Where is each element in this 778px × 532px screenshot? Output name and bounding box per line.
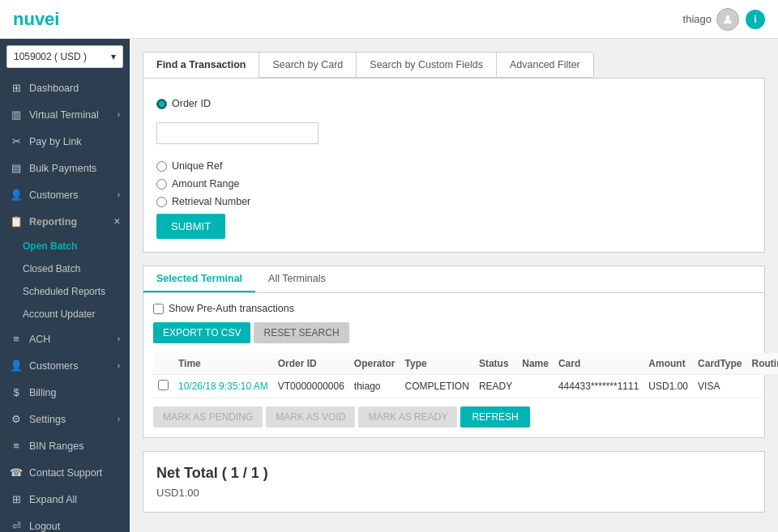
chevron-right-icon: › — [118, 334, 120, 343]
col-status: Status — [474, 353, 517, 375]
pay-by-link-icon: ✂ — [10, 135, 23, 147]
sidebar-item-label: Settings — [29, 414, 66, 425]
row-checkbox[interactable] — [158, 380, 169, 390]
col-cardtype: CardType — [693, 353, 746, 375]
sidebar-item-label: Contact Support — [29, 467, 102, 479]
radio-order-id-input[interactable] — [156, 99, 167, 109]
tab-search-by-custom-fields[interactable]: Search by Custom Fields — [356, 52, 497, 78]
sidebar-item-label: Virtual Terminal — [29, 109, 99, 121]
expand-all-icon: ⊞ — [10, 493, 23, 505]
sidebar-item-pay-by-link[interactable]: ✂ Pay by Link — [0, 128, 130, 155]
tab-search-by-card[interactable]: Search by Card — [259, 52, 357, 78]
row-name — [517, 375, 554, 398]
dashboard-icon: ⊞ — [10, 82, 23, 94]
show-preauth-container: Show Pre-Auth transactions — [153, 303, 754, 314]
ach-icon: ≡ — [10, 333, 23, 345]
sidebar-item-account-updater[interactable]: Account Updater — [0, 303, 130, 326]
sidebar-item-dashboard[interactable]: ⊞ Dashboard — [0, 74, 130, 101]
radio-unique-ref[interactable]: Unique Ref — [156, 160, 751, 172]
sidebar-item-logout[interactable]: ⏎ Logout — [0, 513, 130, 532]
terminal-dropdown[interactable]: 1059002 ( USD ) ▾ — [6, 45, 123, 68]
info-icon[interactable]: i — [746, 10, 765, 29]
sidebar-item-bulk-payments[interactable]: ▤ Bulk Payments — [0, 155, 130, 181]
mark-pending-button: MARK AS PENDING — [153, 406, 263, 428]
submit-button[interactable]: SUBMIT — [156, 214, 225, 239]
search-panel: Order ID Unique Ref Amount Range Retriev… — [143, 78, 765, 253]
results-body: Show Pre-Auth transactions EXPORT TO CSV… — [143, 293, 764, 437]
tab-advanced-filter[interactable]: Advanced Filter — [496, 52, 594, 78]
action-buttons: EXPORT TO CSV RESET SEARCH — [153, 322, 754, 343]
mark-buttons: MARK AS PENDING MARK AS VOID MARK AS REA… — [153, 406, 754, 428]
order-id-input[interactable] — [156, 122, 318, 144]
sidebar-item-settings[interactable]: ⚙ Settings › — [0, 406, 130, 432]
tab-selected-terminal[interactable]: Selected Terminal — [143, 266, 255, 292]
row-routing-terminal — [747, 375, 778, 398]
navbar-right: thiago i — [683, 8, 765, 31]
reset-search-button[interactable]: RESET SEARCH — [254, 322, 348, 343]
sidebar-item-contact-support[interactable]: ☎ Contact Support — [0, 459, 130, 486]
closed-batch-label: Closed Batch — [23, 263, 80, 275]
table-row: 10/26/18 9:35:10 AM VT0000000006 thiago … — [153, 375, 778, 398]
radio-group: Order ID Unique Ref Amount Range Retriev… — [156, 98, 751, 207]
col-order-id: Order ID — [273, 353, 349, 375]
logout-icon: ⏎ — [10, 520, 23, 532]
sidebar-item-label: Bulk Payments — [29, 163, 96, 174]
sidebar-item-customers[interactable]: 👤 Customers › — [0, 181, 130, 208]
net-total-panel: Net Total ( 1 / 1 ) USD1.00 — [143, 451, 765, 513]
contact-support-icon: ☎ — [10, 466, 23, 479]
navbar-user: thiago — [683, 8, 739, 31]
export-csv-button[interactable]: EXPORT TO CSV — [153, 322, 250, 343]
sidebar-item-expand-all[interactable]: ⊞ Expand All — [0, 486, 130, 513]
chevron-right-icon: › — [118, 361, 120, 370]
search-tabs: Find a Transaction Search by Card Search… — [143, 52, 765, 78]
radio-order-id[interactable]: Order ID — [156, 98, 751, 109]
show-preauth-checkbox[interactable] — [153, 304, 164, 314]
logo: nuvei — [13, 9, 59, 30]
sidebar-item-virtual-terminal[interactable]: ▥ Virtual Terminal › — [0, 101, 130, 128]
sidebar-item-label: Billing — [29, 387, 56, 398]
sidebar-item-reporting[interactable]: 📋 Reporting ✕ — [0, 208, 130, 235]
sidebar-item-label: BIN Ranges — [29, 440, 83, 452]
sidebar-item-billing[interactable]: $ Billing — [0, 379, 130, 406]
sidebar-item-label: Pay by Link — [29, 136, 82, 147]
radio-amount-range-label: Amount Range — [172, 178, 239, 189]
sidebar-item-customers2[interactable]: 👤 Customers › — [0, 352, 130, 379]
sidebar-item-open-batch[interactable]: Open Batch — [0, 235, 130, 257]
mark-void-button: MARK AS VOID — [266, 406, 355, 428]
radio-retrieval-number-input[interactable] — [156, 197, 167, 207]
sidebar-item-bin-ranges[interactable]: ≡ BIN Ranges — [0, 432, 130, 459]
table-header-row: Time Order ID Operator Type Status Name … — [153, 353, 778, 375]
chevron-down-icon-reporting: ✕ — [113, 217, 120, 226]
svg-point-0 — [726, 15, 730, 19]
results-table: Time Order ID Operator Type Status Name … — [153, 353, 778, 398]
sidebar-item-ach[interactable]: ≡ ACH › — [0, 326, 130, 352]
sidebar-item-label: ACH — [29, 334, 50, 345]
results-tabs: Selected Terminal All Terminals — [143, 266, 764, 293]
col-amount: Amount — [643, 353, 693, 375]
time-link[interactable]: 10/26/18 9:35:10 AM — [178, 381, 268, 392]
refresh-button[interactable]: REFRESH — [460, 406, 529, 428]
row-time: 10/26/18 9:35:10 AM — [173, 375, 273, 398]
radio-amount-range[interactable]: Amount Range — [156, 178, 751, 189]
col-card: Card — [554, 353, 643, 375]
tab-all-terminals[interactable]: All Terminals — [255, 266, 339, 292]
radio-retrieval-number-label: Retrieval Number — [172, 196, 250, 207]
col-name: Name — [517, 353, 554, 375]
settings-icon: ⚙ — [10, 413, 23, 425]
col-operator: Operator — [349, 353, 400, 375]
col-routing-terminal: Routing Terminal — [747, 353, 778, 375]
row-cardtype: VISA — [693, 375, 746, 398]
radio-retrieval-number[interactable]: Retrieval Number — [156, 196, 751, 207]
radio-unique-ref-input[interactable] — [156, 161, 167, 172]
sidebar-item-label: Expand All — [29, 494, 77, 505]
avatar[interactable] — [716, 8, 739, 31]
reporting-icon: 📋 — [10, 215, 23, 228]
sidebar-item-scheduled-reports[interactable]: Scheduled Reports — [0, 280, 130, 303]
radio-amount-range-input[interactable] — [156, 179, 167, 189]
tab-find-transaction[interactable]: Find a Transaction — [143, 52, 259, 78]
sidebar-item-closed-batch[interactable]: Closed Batch — [0, 257, 130, 280]
customers-icon: 👤 — [10, 189, 23, 201]
sidebar-item-label: Logout — [29, 521, 60, 532]
open-batch-label: Open Batch — [23, 240, 77, 252]
sidebar-item-label: Dashboard — [29, 83, 79, 94]
